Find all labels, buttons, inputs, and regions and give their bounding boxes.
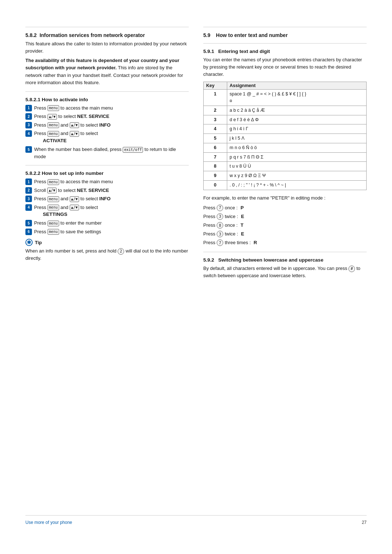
step-5822-4: 4 Press menu and ▲/▼ to select SETTINGS	[25, 204, 189, 218]
nav-key-icon: ▲/▼	[70, 196, 79, 202]
table-row: 8t u v 8 Ü Ù	[204, 162, 367, 171]
example-result: E	[241, 213, 244, 221]
example-key-circle: 7	[217, 205, 223, 211]
steps-5821: 1 Press menu to access the main menu 2 P…	[25, 104, 189, 160]
nav-key-icon: ▲/▼	[70, 205, 79, 210]
table-cell-key: 0	[204, 180, 227, 190]
exit-key-icon: exit/off	[123, 147, 143, 153]
example-lines: Press 7 once :PPress 3 twice :EPress 8 o…	[203, 204, 367, 247]
section-592: 5.9.2 Switching between lowercase and up…	[203, 257, 367, 279]
menu-key-icon: menu	[48, 105, 59, 111]
table-row: 9w x y z 9 Ø Ω Ξ Ψ	[204, 171, 367, 181]
table-col-key: Key	[204, 82, 227, 90]
table-cell-key: 8	[204, 162, 227, 171]
section-582-heading: 5.8.2 Information services from network …	[25, 32, 189, 38]
table-row: 2a b c 2 à ä Ç å Æ	[204, 106, 367, 115]
page-footer: Use more of your phone 27	[25, 515, 367, 525]
left-column: 5.8.2 Information services from network …	[25, 22, 189, 515]
example-result: R	[254, 239, 257, 247]
table-cell-key: 3	[204, 115, 227, 124]
table-row: 4g h i 4 ì Γ	[204, 124, 367, 134]
top-divider-left	[25, 27, 189, 27]
table-cell-assignment: space 1 @ _ # = < > ( ) & £ $ ¥ € [ ] { …	[227, 90, 366, 106]
section-582-intro: This feature allows the caller to listen…	[25, 40, 189, 55]
hash-key-circle: #	[348, 266, 355, 272]
tip-text: When an info number is set, press and ho…	[25, 247, 189, 262]
divider-5821	[25, 91, 189, 92]
table-row: 1space 1 @ _ # = < > ( ) & £ $ ¥ € [ ] {…	[204, 90, 367, 106]
step-5822-6: 6 Press menu to save the settings	[25, 228, 189, 235]
table-cell-assignment: a b c 2 à ä Ç å Æ	[227, 106, 366, 115]
section-582: 5.8.2 Information services from network …	[25, 32, 189, 86]
tip-section: ✱ Tip When an info number is set, press …	[25, 239, 189, 262]
example-intro: For example, to enter the name "PETER" i…	[203, 194, 367, 202]
example-key-circle: 3	[217, 213, 223, 220]
table-cell-assignment: . 0 , / : ; " ' ! ¡ ? * + - % \ ^ ~ |	[227, 180, 366, 190]
step-5822-2: 2 Scroll ▲/▼ to select NET. SERVICE	[25, 187, 189, 194]
table-cell-assignment: w x y z 9 Ø Ω Ξ Ψ	[227, 171, 366, 181]
table-cell-assignment: t u v 8 Ü Ù	[227, 162, 366, 171]
divider-592	[203, 252, 367, 252]
table-cell-key: 6	[204, 143, 227, 152]
section-591-intro: You can enter the names of your phoneboo…	[203, 56, 367, 78]
nav-key-icon: ▲/▼	[47, 188, 57, 193]
table-cell-assignment: g h i 4 ì Γ	[227, 124, 366, 134]
settings-label: SETTINGS	[43, 211, 98, 218]
table-cell-assignment: m n o 6 Ñ ò ö	[227, 143, 366, 152]
section-59-heading: 5.9 How to enter text and number	[203, 32, 367, 38]
example-key-circle: 3	[217, 231, 223, 237]
example-block: For example, to enter the name "PETER" i…	[203, 194, 367, 247]
example-result: P	[241, 204, 244, 212]
table-cell-key: 7	[204, 152, 227, 162]
table-cell-key: 1	[204, 90, 227, 106]
section-592-text: By default, all characters entered will …	[203, 265, 367, 279]
table-cell-assignment: j k l 5 Λ	[227, 134, 366, 143]
step-5821-5: 5 When the number has been dialled, pres…	[25, 146, 189, 160]
table-row: 6m n o 6 Ñ ò ö	[204, 143, 367, 152]
content-columns: 5.8.2 Information services from network …	[25, 22, 367, 515]
key-assignment-table: Key Assignment 1space 1 @ _ # = < > ( ) …	[203, 82, 367, 190]
table-row: 7p q r s 7 ß Π Θ Σ	[204, 152, 367, 162]
section-591: 5.9.1 Entering text and digit You can en…	[203, 49, 367, 247]
steps-5822: 1 Press menu to access the main menu 2 S…	[25, 178, 189, 235]
top-divider-right	[203, 27, 367, 27]
section-582-bold-text: The availability of this feature is depe…	[25, 57, 189, 86]
menu-key-icon: menu	[48, 196, 59, 202]
example-line: Press 7 three times :R	[203, 239, 367, 247]
example-line: Press 8 once :T	[203, 221, 367, 229]
menu-key-icon: menu	[48, 205, 59, 210]
menu-key-icon: menu	[48, 229, 59, 235]
example-key-circle: 7	[217, 239, 223, 246]
example-line: Press 3 twice :E	[203, 213, 367, 221]
table-row: 0. 0 , / : ; " ' ! ¡ ? * + - % \ ^ ~ |	[204, 180, 367, 190]
table-cell-key: 5	[204, 134, 227, 143]
table-col-assignment: Assignment	[227, 82, 366, 90]
nav-key-icon: ▲/▼	[70, 122, 79, 128]
section-5822: 5.8.2.2 How to set up info number 1 Pres…	[25, 171, 189, 235]
tip-header: ✱ Tip	[25, 239, 189, 246]
section-59: 5.9 How to enter text and number	[203, 32, 367, 38]
key-2-circle: 2	[118, 248, 124, 255]
table-row: 5j k l 5 Λ	[204, 134, 367, 143]
step-5822-3: 3 Press menu and ▲/▼ to select INFO	[25, 195, 189, 202]
tip-label: Tip	[35, 240, 42, 245]
table-cell-key: 2	[204, 106, 227, 115]
nav-key-icon: ▲/▼	[70, 131, 79, 137]
section-5821: 5.8.2.1 How to activate info 1 Press men…	[25, 97, 189, 160]
table-cell-assignment: d e f 3 é è Δ Φ	[227, 115, 366, 124]
divider-5822	[25, 165, 189, 165]
example-result: E	[241, 230, 244, 238]
step-5821-3: 3 Press menu and ▲/▼ to select INFO	[25, 122, 189, 129]
section-5822-heading: 5.8.2.2 How to set up info number	[25, 171, 189, 176]
step-5822-5: 5 Press menu to enter the number	[25, 219, 189, 227]
table-cell-assignment: p q r s 7 ß Π Θ Σ	[227, 152, 366, 162]
example-result: T	[241, 221, 244, 229]
section-592-heading: 5.9.2 Switching between lowercase and up…	[203, 257, 367, 263]
step-5821-4: 4 Press menu and ▲/▼ to select ACTIVATE	[25, 130, 189, 144]
example-line: Press 3 twice :E	[203, 230, 367, 238]
tip-icon: ✱	[25, 239, 33, 246]
section-591-heading: 5.9.1 Entering text and digit	[203, 49, 367, 54]
table-row: 3d e f 3 é è Δ Φ	[204, 115, 367, 124]
footer-left-text: Use more of your phone	[25, 520, 72, 525]
step-5821-1: 1 Press menu to access the main menu	[25, 104, 189, 112]
